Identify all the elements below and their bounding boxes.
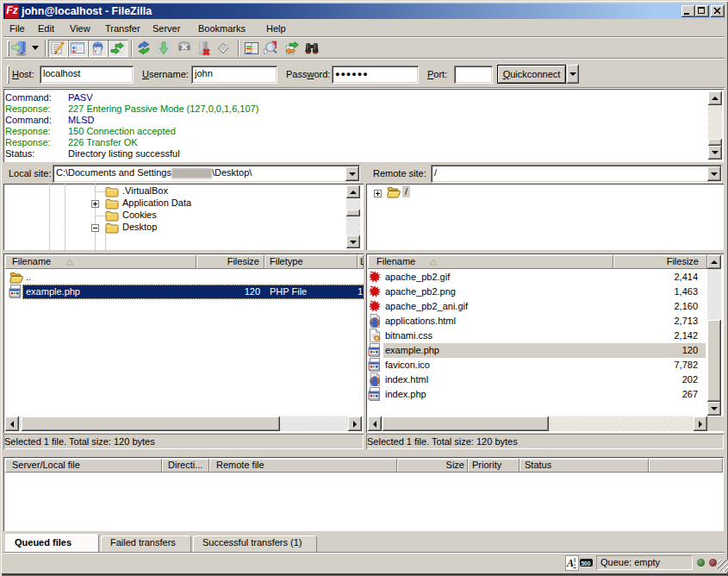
svg-text:500: 500: [582, 560, 591, 567]
svg-text:A: A: [566, 557, 574, 569]
